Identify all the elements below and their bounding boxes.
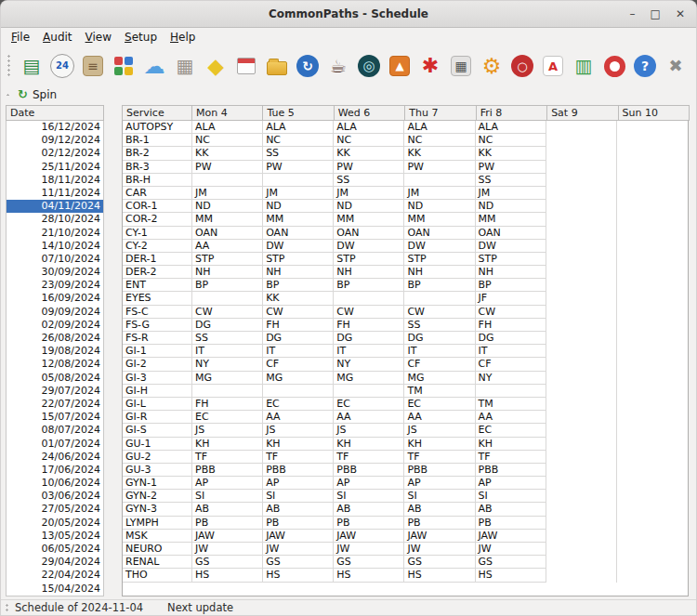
schedule-cell-saturday[interactable]	[546, 174, 617, 187]
schedule-cell[interactable]: ALA	[263, 121, 334, 134]
service-cell[interactable]: MSK	[123, 530, 192, 543]
schedule-cell[interactable]: NC	[192, 134, 263, 147]
exit-icon[interactable]: ✖	[663, 53, 689, 79]
schedule-cell[interactable]: PBB	[404, 464, 475, 477]
schedule-cell[interactable]: HS	[476, 569, 546, 582]
road-sign-icon[interactable]: ◆	[203, 53, 229, 79]
service-cell[interactable]: RENAL	[123, 556, 192, 569]
date-item[interactable]: 09/12/2024	[7, 134, 103, 147]
schedule-cell[interactable]: BP	[263, 279, 334, 292]
schedule-cell-sunday[interactable]	[617, 530, 688, 543]
schedule-cell-sunday[interactable]	[617, 411, 688, 424]
schedule-cell[interactable]: JW	[334, 543, 404, 556]
schedule-cell-sunday[interactable]	[617, 385, 688, 398]
schedule-cell[interactable]: TM	[404, 385, 475, 398]
schedule-cell[interactable]: JM	[334, 187, 404, 200]
schedule-cell[interactable]: JW	[476, 543, 546, 556]
schedule-cell[interactable]: EC	[263, 398, 334, 411]
schedule-cell[interactable]: KK	[334, 147, 404, 160]
search-icon[interactable]: ○	[509, 53, 535, 79]
schedule-cell-saturday[interactable]	[546, 279, 617, 292]
globe-icon[interactable]: ◎	[356, 53, 382, 79]
service-cell[interactable]: ENT	[123, 279, 192, 292]
schedule-cell[interactable]: STP	[404, 253, 475, 266]
service-cell[interactable]: GYN-3	[123, 503, 192, 516]
schedule-cell[interactable]: BP	[334, 279, 404, 292]
schedule-cell[interactable]: TF	[404, 451, 475, 464]
bank-icon[interactable]: ▦	[172, 53, 198, 79]
schedule-cell[interactable]: CW	[192, 306, 263, 319]
schedule-cell[interactable]: CF	[404, 358, 475, 371]
schedule-cell[interactable]: MG	[263, 372, 334, 385]
schedule-cell-sunday[interactable]	[617, 279, 688, 292]
schedule-cell-sunday[interactable]	[617, 240, 688, 253]
clipboard-icon[interactable]: ≡	[80, 53, 106, 79]
schedule-cell[interactable]: BP	[192, 279, 263, 292]
schedule-cell[interactable]: PBB	[334, 464, 404, 477]
schedule-cell-saturday[interactable]	[546, 227, 617, 240]
schedule-cell[interactable]: AB	[476, 503, 546, 516]
schedule-cell[interactable]: JAW	[263, 530, 334, 543]
schedule-cell[interactable]: MG	[334, 372, 404, 385]
date-item[interactable]: 07/10/2024	[7, 253, 103, 266]
schedule-cell[interactable]: AB	[263, 503, 334, 516]
pdf-icon[interactable]: A	[540, 53, 566, 79]
schedule-cell[interactable]: FH	[192, 398, 263, 411]
schedule-cell[interactable]: FH	[476, 319, 546, 332]
schedule-cell[interactable]: NH	[263, 266, 334, 279]
service-cell[interactable]: GI-R	[123, 411, 192, 424]
schedule-cell-saturday[interactable]	[546, 490, 617, 503]
date-item[interactable]: 26/08/2024	[7, 332, 103, 345]
schedule-cell-sunday[interactable]	[617, 147, 688, 160]
schedule-cell-sunday[interactable]	[617, 556, 688, 569]
schedule-cell-sunday[interactable]	[617, 134, 688, 147]
date-item[interactable]: 15/07/2024	[7, 411, 103, 424]
schedule-cell-sunday[interactable]	[617, 266, 688, 279]
schedule-cell[interactable]: PB	[334, 517, 404, 530]
menu-setup[interactable]: Setup	[118, 30, 164, 45]
service-cell[interactable]: CY-2	[123, 240, 192, 253]
schedule-cell[interactable]: ND	[263, 200, 334, 213]
column-header-thu-7[interactable]: Thu 7	[404, 105, 476, 121]
schedule-cell[interactable]: GS	[404, 556, 475, 569]
schedule-cell-sunday[interactable]	[617, 174, 688, 187]
schedule-cell-sunday[interactable]	[617, 161, 688, 174]
maximize-icon[interactable]: □	[651, 1, 661, 27]
schedule-cell[interactable]: TF	[334, 451, 404, 464]
schedule-cell[interactable]: PW	[263, 161, 334, 174]
schedule-cell[interactable]: NC	[404, 134, 475, 147]
schedule-cell[interactable]: FH	[263, 319, 334, 332]
schedule-cell[interactable]: PW	[476, 161, 546, 174]
schedule-cell[interactable]: AA	[404, 411, 475, 424]
schedule-cell-sunday[interactable]	[617, 372, 688, 385]
schedule-cell-saturday[interactable]	[546, 569, 617, 582]
schedule-cell[interactable]: PW	[404, 161, 475, 174]
date-item[interactable]: 01/07/2024	[7, 438, 103, 451]
schedule-cell[interactable]: ALA	[334, 121, 404, 134]
service-cell[interactable]: LYMPH	[123, 517, 192, 530]
schedule-cell[interactable]: AB	[404, 503, 475, 516]
schedule-cell[interactable]: AP	[263, 477, 334, 490]
schedule-cell[interactable]: JS	[263, 424, 334, 437]
table-columns-icon[interactable]: ▥	[571, 53, 597, 79]
schedule-cell[interactable]: DW	[404, 240, 475, 253]
schedule-cell-saturday[interactable]	[546, 411, 617, 424]
schedule-cell-saturday[interactable]	[546, 121, 617, 134]
schedule-cell[interactable]: OAN	[404, 227, 475, 240]
service-cell[interactable]: COR-2	[123, 213, 192, 226]
schedule-cell[interactable]: SI	[192, 490, 263, 503]
date-item[interactable]: 15/04/2024	[7, 583, 103, 596]
burst-icon[interactable]: ✱	[417, 53, 443, 79]
date-item[interactable]: 12/08/2024	[7, 358, 103, 371]
schedule-cell[interactable]: HS	[263, 569, 334, 582]
schedule-cell-sunday[interactable]	[617, 332, 688, 345]
schedule-cell[interactable]: BP	[476, 279, 546, 292]
schedule-cell-sunday[interactable]	[617, 345, 688, 358]
schedule-cell-sunday[interactable]	[617, 424, 688, 437]
schedule-cell[interactable]: KK	[192, 147, 263, 160]
schedule-cell[interactable]: KH	[404, 438, 475, 451]
column-header-fri-8[interactable]: Fri 8	[476, 105, 547, 121]
schedule-cell[interactable]: JW	[404, 543, 475, 556]
schedule-cell-saturday[interactable]	[546, 543, 617, 556]
schedule-cell[interactable]: SI	[263, 490, 334, 503]
